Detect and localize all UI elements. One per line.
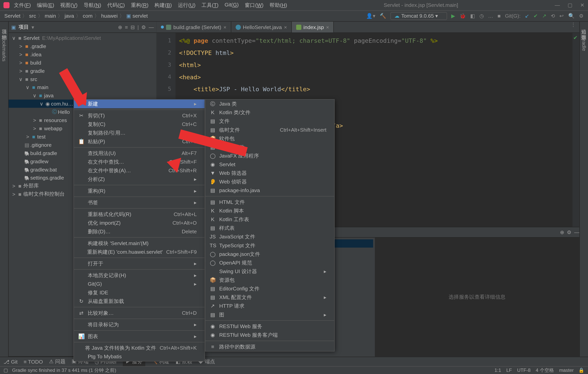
tool-window-button[interactable]: ≡ TODO (24, 359, 43, 365)
context-menu-item[interactable]: 修复 IDE (74, 288, 204, 297)
context-menu-item[interactable]: KKotlin 工作表 (205, 215, 334, 224)
context-menu-item[interactable]: 在文件中查找…Ctrl+Shift+F (74, 158, 204, 166)
statusbar-corner-icon[interactable]: ▢ (3, 368, 8, 373)
coverage-icon[interactable]: ◧ (470, 13, 475, 19)
close-tab-icon[interactable]: × (284, 24, 287, 30)
status-widget[interactable]: LF (506, 368, 512, 373)
tree-row[interactable]: ∨ServletE:\MyApplications\Servlet (9, 34, 157, 42)
collapse-all-icon[interactable]: ⊟ (131, 24, 135, 30)
menu-item[interactable]: 窗口(W) (245, 1, 264, 9)
settings-gear-icon[interactable]: ⚙ (579, 13, 584, 19)
attach-icon[interactable]: … (488, 13, 493, 19)
tool-stripe-button[interactable]: Bookmarks (1, 35, 7, 61)
context-menu-item[interactable]: Git(G)▸ (74, 280, 204, 288)
menu-item[interactable]: 文件(F) (14, 1, 31, 9)
context-menu-item[interactable]: ▼Web 筛选器 (205, 169, 334, 177)
tool-window-button[interactable]: ⎇ Git (3, 359, 18, 365)
context-menu-item[interactable]: ⒸJava 类 (205, 99, 334, 108)
context-menu-item[interactable]: ▤文件 (205, 117, 334, 126)
context-menu-item[interactable]: 新建▸ (74, 99, 204, 108)
git-push-icon[interactable]: ↗ (542, 13, 546, 19)
context-menu-item[interactable]: 将目录标记为▸ (74, 320, 204, 329)
context-menu-item[interactable]: 📊图表▸ (74, 332, 204, 341)
menu-item[interactable]: 视图(V) (60, 1, 77, 9)
context-menu-item[interactable]: ▤FXML 文件 (205, 143, 334, 152)
context-menu-item[interactable]: 删除(D)…Delete (74, 227, 204, 236)
menu-item[interactable]: 运行(U) (178, 1, 196, 9)
locate-icon[interactable]: ⊕ (118, 24, 122, 30)
menu-item[interactable]: 构建(B) (155, 1, 172, 9)
context-menu-item[interactable]: 将 Java 文件转换为 Kotlin 文件Ctrl+Alt+Shift+K (74, 344, 204, 352)
breadcrumb-item[interactable]: src (29, 13, 36, 19)
context-menu-item[interactable]: ◯package.json文件 (205, 250, 334, 258)
context-menu-item[interactable]: 在文件中替换(A)…Ctrl+Shift+R (74, 166, 204, 175)
user-icon[interactable]: 👤▾ (366, 13, 375, 19)
editor-tab[interactable]: index.jsp× (292, 22, 334, 32)
gear-icon[interactable]: ⚙ (141, 24, 146, 30)
context-menu-item[interactable]: ▤样式表 (205, 224, 334, 232)
breadcrumb-item[interactable]: main (45, 13, 56, 19)
context-menu-item[interactable]: ◉Servlet (205, 160, 334, 169)
context-menu-item[interactable]: ⇄比较对象…Ctrl+D (74, 309, 204, 317)
tree-row[interactable]: ∨src (9, 75, 157, 83)
tool-window-button[interactable]: ⚠ 问题 (49, 358, 66, 365)
tree-row[interactable]: ∨java (9, 91, 157, 99)
context-menu-item[interactable]: ◉RESTful Web 服务客户端 (205, 331, 334, 339)
context-menu-item[interactable]: 复制(C)Ctrl+C (74, 120, 204, 129)
status-widget[interactable]: master (559, 368, 574, 373)
context-menu-item[interactable]: ≡路径中的数据源 (205, 342, 334, 351)
context-menu-item[interactable]: ▤XML 配置文件▸ (205, 293, 334, 302)
git-commit-icon[interactable]: ✔ (534, 13, 538, 19)
breadcrumb-item[interactable]: java (65, 13, 74, 19)
context-menu-item[interactable]: 重新格式化代码(R)Ctrl+Alt+L (74, 210, 204, 219)
minimize-icon[interactable]: — (555, 2, 560, 8)
tree-row[interactable]: ∨main (9, 83, 157, 91)
expand-all-icon[interactable]: ≡ (125, 24, 128, 30)
tool-stripe-button[interactable]: Gradle (581, 35, 587, 51)
context-menu-item[interactable]: ◉RESTful Web 服务 (205, 322, 334, 331)
right-tool-stripe[interactable]: 通知数据库Gradle (579, 22, 588, 357)
tree-row[interactable]: >.idea (9, 50, 157, 58)
git-rollback-icon[interactable]: ↩ (559, 13, 564, 19)
context-menu-item[interactable]: Swing UI 设计器▸ (205, 267, 334, 276)
context-menu-item[interactable]: ✂剪切(T)Ctrl+X (74, 111, 204, 120)
lock-icon[interactable]: 🔒 (578, 368, 585, 373)
context-menu[interactable]: 新建▸✂剪切(T)Ctrl+X复制(C)Ctrl+C复制路径/引用…📋粘贴(P)… (74, 99, 205, 362)
context-menu-item[interactable]: Ptg To Mybatis (74, 352, 204, 361)
breadcrumb-item[interactable]: Servlet (4, 13, 20, 19)
menu-item[interactable]: 编辑(E) (37, 1, 54, 9)
editor-tab[interactable]: HelloServlet.java× (231, 22, 292, 32)
build-hammer-icon[interactable]: 🔨 (380, 13, 386, 19)
editor-tab[interactable]: build.gradle (Servlet)× (157, 22, 231, 32)
context-menu-item[interactable]: KKotlin 脚本 (205, 206, 334, 215)
context-menu-item[interactable]: ◯OpenAPI 规范 (205, 258, 334, 267)
context-menu-item[interactable]: 本地历史记录(H)▸ (74, 271, 204, 280)
context-menu-item[interactable]: 重构(R)▸ (74, 187, 204, 195)
left-tool-stripe[interactable]: 项目结构Bookmarks (0, 22, 9, 357)
close-tab-icon[interactable]: × (223, 24, 226, 30)
menu-item[interactable]: 工具(T) (201, 1, 219, 9)
inspection-ok-icon[interactable]: ✔ (573, 34, 578, 41)
context-menu-item[interactable]: ◯JavaFX 应用程序 (205, 152, 334, 160)
menu-item[interactable]: 重构(R) (131, 1, 148, 9)
tree-row[interactable]: >gradle (9, 67, 157, 75)
menu-item[interactable]: 帮助(H) (270, 1, 287, 9)
context-menu-item[interactable]: 复制路径/引用… (74, 129, 204, 137)
maximize-icon[interactable]: ▢ (568, 2, 572, 8)
debug-icon[interactable]: 🐞 (459, 13, 466, 19)
menu-item[interactable]: 代码(C) (107, 1, 125, 9)
status-widget[interactable]: 4 个空格 (536, 368, 554, 373)
breadcrumb-item[interactable]: ▣ servlet (126, 13, 148, 19)
context-menu-item[interactable]: ▤临时文件Ctrl+Alt+Shift+Insert (205, 126, 334, 134)
breadcrumb-item[interactable]: huawei (101, 13, 118, 19)
context-menu-item[interactable]: ↗HTTP 请求 (205, 302, 334, 310)
context-menu-item[interactable]: 重新构建(E) 'com.huawei.servlet'Ctrl+Shift+F… (74, 248, 204, 256)
profiler-icon[interactable]: ◷ (479, 13, 484, 19)
context-menu-item[interactable]: 打开于▸ (74, 259, 204, 268)
status-widget[interactable]: 1:1 (494, 368, 501, 373)
menu-item[interactable]: 导航(N) (84, 1, 101, 9)
context-menu-item[interactable]: TSTypeScript 文件 (205, 241, 334, 250)
context-menu-item[interactable]: 📦资源包 (205, 276, 334, 284)
services-locate-icon[interactable]: ⊕ (560, 229, 564, 235)
tree-row[interactable]: >.gradle (9, 42, 157, 50)
